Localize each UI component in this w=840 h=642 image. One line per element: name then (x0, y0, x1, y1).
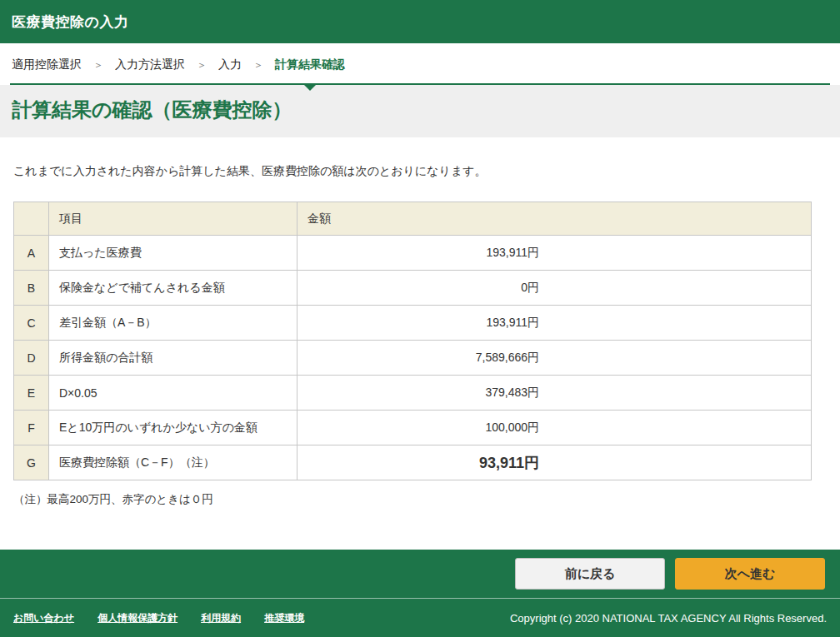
note-text: （注）最高200万円、赤字のときは０円 (13, 492, 827, 507)
breadcrumb: 適用控除選択＞入力方法選択＞入力＞計算結果確認 (10, 43, 830, 85)
table-row-G: G医療費控除額（C－F）（注）93,911円 (14, 445, 812, 480)
description-text: これまでに入力された内容から計算した結果、医療費控除の額は次のとおりになります。 (13, 162, 827, 180)
page-root: 医療費控除の入力 適用控除選択＞入力方法選択＞入力＞計算結果確認 計算結果の確認… (0, 0, 840, 642)
row-key: B (14, 271, 49, 306)
app-title: 医療費控除の入力 (12, 12, 128, 32)
row-item-label: 所得金額の合計額 (49, 341, 298, 376)
footer-link-1[interactable]: お問い合わせ (13, 611, 74, 625)
page-title: 計算結果の確認（医療費控除） (12, 97, 828, 123)
table-row-F: FEと10万円のいずれか少ない方の金額100,000円 (14, 411, 812, 445)
row-item-label: 差引金額（A－B） (49, 306, 298, 341)
row-amount-value: 379,483円 (298, 376, 812, 411)
footer-links: お問い合わせ個人情報保護方針利用規約推奨環境 (13, 611, 304, 625)
row-amount-value: 100,000円 (298, 411, 812, 445)
row-key: G (14, 445, 49, 480)
row-item-label: 支払った医療費 (49, 236, 298, 271)
row-amount-value: 93,911円 (298, 445, 812, 480)
table-header-row: 項目 金額 (14, 202, 812, 236)
breadcrumb-step-1: 適用控除選択 (12, 57, 82, 72)
table-row-A: A支払った医療費193,911円 (14, 236, 812, 271)
row-item-label: 医療費控除額（C－F）（注） (49, 445, 298, 480)
app-header: 医療費控除の入力 (0, 0, 840, 43)
footer: お問い合わせ個人情報保護方針利用規約推奨環境 Copyright (c) 202… (0, 598, 840, 637)
footer-link-3[interactable]: 利用規約 (201, 611, 241, 625)
row-item-label: 保険金などで補てんされる金額 (49, 271, 298, 306)
row-key: A (14, 236, 49, 271)
table-header-key (14, 202, 49, 236)
breadcrumb-step-3: 入力 (218, 57, 242, 72)
row-key: E (14, 376, 49, 411)
table-row-B: B保険金などで補てんされる金額0円 (14, 271, 812, 306)
breadcrumb-step-2: 入力方法選択 (115, 57, 185, 72)
row-key: C (14, 306, 49, 341)
row-item-label: D×0.05 (49, 376, 298, 411)
table-row-E: ED×0.05379,483円 (14, 376, 812, 411)
title-band: 計算結果の確認（医療費控除） (0, 85, 840, 137)
row-item-label: Eと10万円のいずれか少ない方の金額 (49, 411, 298, 445)
row-key: F (14, 411, 49, 445)
next-button[interactable]: 次へ進む (675, 558, 825, 590)
table-row-D: D所得金額の合計額7,589,666円 (14, 341, 812, 376)
back-button[interactable]: 前に戻る (515, 558, 665, 590)
table-header-item: 項目 (49, 202, 298, 236)
row-amount-value: 7,589,666円 (298, 341, 812, 376)
breadcrumb-separator: ＞ (197, 58, 207, 72)
row-key: D (14, 341, 49, 376)
action-bar: 前に戻る 次へ進む (0, 550, 840, 598)
breadcrumb-step-4: 計算結果確認 (275, 57, 345, 72)
row-amount-value: 193,911円 (298, 236, 812, 271)
row-amount-value: 0円 (298, 271, 812, 306)
table-header-amount: 金額 (298, 202, 812, 236)
breadcrumb-separator: ＞ (253, 58, 263, 72)
copyright-text: Copyright (c) 2020 NATIONAL TAX AGENCY A… (510, 612, 827, 625)
breadcrumb-separator: ＞ (93, 58, 103, 72)
footer-link-4[interactable]: 推奨環境 (264, 611, 304, 625)
table-row-C: C差引金額（A－B）193,911円 (14, 306, 812, 341)
footer-link-2[interactable]: 個人情報保護方針 (98, 611, 178, 625)
result-table: 項目 金額 A支払った医療費193,911円B保険金などで補てんされる金額0円C… (13, 202, 812, 480)
main-content: これまでに入力された内容から計算した結果、医療費控除の額は次のとおりになります。… (0, 137, 840, 550)
row-amount-value: 193,911円 (298, 306, 812, 341)
